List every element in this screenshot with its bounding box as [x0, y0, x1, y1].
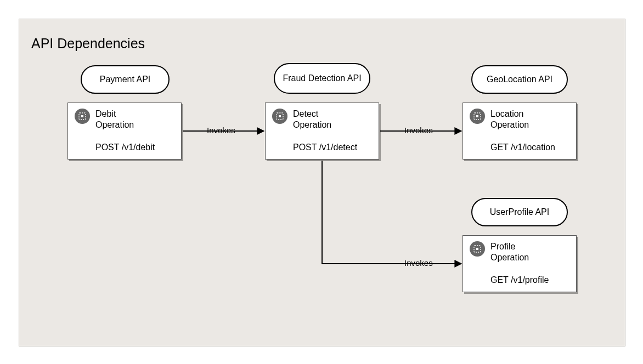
diagram-canvas: API Dependencies Payment API Fraud Detec…: [19, 19, 625, 346]
edge-label-detect-profile: Invokes: [404, 258, 433, 268]
edge-label-detect-location: Invokes: [404, 126, 433, 135]
edge-label-debit-detect: Invokes: [207, 126, 235, 135]
edges-layer: [19, 19, 625, 346]
edge-detect-profile: [322, 161, 461, 264]
